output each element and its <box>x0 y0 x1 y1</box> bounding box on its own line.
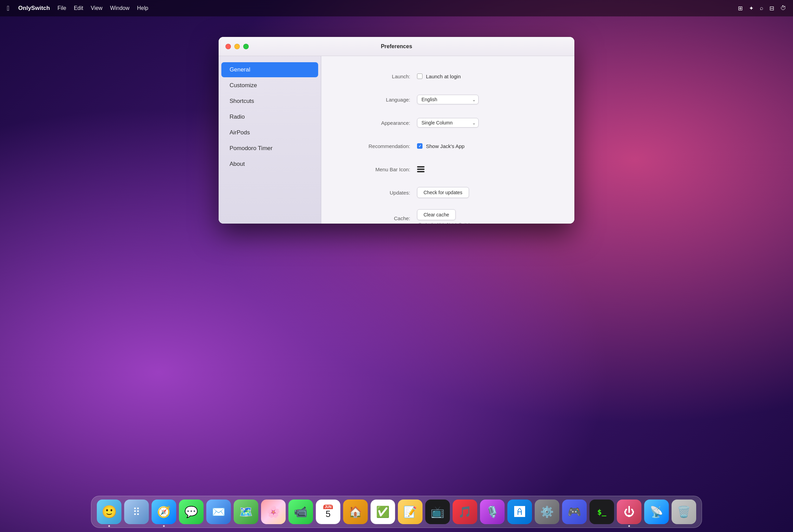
onlyswitch-dot <box>628 525 630 527</box>
recommendation-checkbox[interactable] <box>417 143 422 149</box>
language-select[interactable]: English Chinese French German Japanese K… <box>417 95 479 104</box>
menubar-icon-bar-2 <box>417 169 425 170</box>
control-center-icon[interactable]: ⊞ <box>738 5 743 12</box>
dock-icon-maps[interactable]: 🗺️ <box>234 500 258 524</box>
photos-icon: 🌸 <box>266 505 280 518</box>
messages-icon: 💬 <box>184 505 198 518</box>
appletv-icon: 📺 <box>431 505 444 518</box>
notes-icon: 📝 <box>403 505 417 518</box>
dock-icon-airdrop[interactable]: 📡 <box>644 500 669 524</box>
dock-icon-podcasts[interactable]: 🎙️ <box>480 500 505 524</box>
menu-bar-right: ⊞ ✦ ⌕ ⊟ ⏱ <box>738 5 786 12</box>
sidebar-item-pomodoro[interactable]: Pomodoro Timer <box>221 141 318 156</box>
cache-label: Cache: <box>342 215 410 221</box>
menubar-icon-row: Menu Bar Icon: <box>342 163 554 176</box>
window-title: Preferences <box>381 43 412 50</box>
language-select-wrapper: English Chinese French German Japanese K… <box>417 95 479 104</box>
terminal-icon: $_ <box>597 508 607 516</box>
appearance-select[interactable]: Single Column Double Column <box>417 118 479 128</box>
appearance-row: Appearance: Single Column Double Column … <box>342 116 554 129</box>
dock-icon-systemprefs[interactable]: ⚙️ <box>535 500 559 524</box>
launch-control: Launch at login <box>417 74 461 79</box>
appearance-select-wrapper: Single Column Double Column ⌄ <box>417 118 479 128</box>
sidebar-item-about[interactable]: About <box>221 157 318 172</box>
menu-edit[interactable]: Edit <box>74 5 83 11</box>
dock-icon-trash[interactable]: 🗑️ <box>672 500 696 524</box>
menubar-icon-control <box>417 166 425 172</box>
dock-icon-music[interactable]: 🎵 <box>453 500 477 524</box>
clear-cache-button[interactable]: Clear cache <box>417 209 456 220</box>
dock-icon-arcade[interactable]: 🎮 <box>562 500 587 524</box>
airdrop-icon: 📡 <box>650 505 663 518</box>
dock-icon-notes[interactable]: 📝 <box>398 500 422 524</box>
sidebar-item-shortcuts[interactable]: Shortcuts <box>221 94 318 109</box>
sidebar: General Customize Shortcuts Radio AirPod… <box>219 56 321 224</box>
siri-icon[interactable]: ✦ <box>749 5 754 12</box>
launchpad-icon: ⠿ <box>133 506 140 518</box>
apple-menu-icon[interactable]:  <box>7 4 9 12</box>
spotlight-icon[interactable]: ⌕ <box>760 5 763 12</box>
facetime-icon: 📹 <box>294 505 308 518</box>
sidebar-item-radio[interactable]: Radio <box>221 109 318 124</box>
calendar-day: 5 <box>323 509 333 519</box>
dock-icon-finder[interactable]: 🙂 <box>97 500 121 524</box>
dock-icon-mail[interactable]: ✉️ <box>206 500 231 524</box>
sidebar-item-airpods[interactable]: AirPods <box>221 125 318 140</box>
menubar-icon-preview <box>417 166 425 172</box>
clock-icon: ⏱ <box>780 5 786 12</box>
check-updates-button[interactable]: Check for updates <box>417 187 469 198</box>
appstore-icon: 🅰 <box>514 506 525 518</box>
dock-icon-appletv[interactable]: 📺 <box>425 500 450 524</box>
recommendation-row: Recommendation: Show Jack's App <box>342 139 554 152</box>
recommendation-control: Show Jack's App <box>417 143 465 149</box>
launch-checkbox[interactable] <box>417 74 422 79</box>
mail-icon: ✉️ <box>212 505 225 518</box>
reminders-icon: ✅ <box>376 505 390 518</box>
dock-icon-facetime[interactable]: 📹 <box>288 500 313 524</box>
menu-window[interactable]: Window <box>110 5 130 11</box>
menu-bar:  OnlySwitch File Edit View Window Help … <box>0 0 793 16</box>
dock-icon-safari[interactable]: 🧭 <box>152 500 176 524</box>
podcasts-icon: 🎙️ <box>485 505 499 518</box>
language-control: English Chinese French German Japanese K… <box>417 95 479 104</box>
dock-icon-appstore[interactable]: 🅰 <box>507 500 532 524</box>
window-titlebar: Preferences <box>219 37 574 56</box>
appearance-control: Single Column Double Column ⌄ <box>417 118 479 128</box>
maps-icon: 🗺️ <box>239 505 253 518</box>
launch-checkbox-label: Launch at login <box>426 74 461 79</box>
menu-file[interactable]: File <box>57 5 66 11</box>
menu-help[interactable]: Help <box>137 5 148 11</box>
language-label: Language: <box>342 97 410 103</box>
home-icon: 🏠 <box>349 505 362 518</box>
dock-icon-launchpad[interactable]: ⠿ <box>124 500 149 524</box>
recommendation-label: Recommendation: <box>342 143 410 149</box>
sidebar-item-customize[interactable]: Customize <box>221 78 318 93</box>
maximize-button[interactable] <box>243 44 249 49</box>
cache-row: Cache: Clear cache Cache for Hide Notch … <box>342 209 554 224</box>
switches-icon[interactable]: ⊟ <box>769 5 774 12</box>
close-button[interactable] <box>225 44 231 49</box>
dock-icon-messages[interactable]: 💬 <box>179 500 204 524</box>
updates-row: Updates: Check for updates <box>342 186 554 199</box>
dock-icon-calendar[interactable]: JUN 5 <box>316 500 340 524</box>
cache-control: Clear cache Cache for Hide Notch Switch <box>417 209 471 224</box>
sidebar-item-general[interactable]: General <box>221 62 318 77</box>
menu-bar-app-name[interactable]: OnlySwitch <box>18 5 50 12</box>
dock-icon-reminders[interactable]: ✅ <box>370 500 395 524</box>
systemprefs-icon: ⚙️ <box>540 505 554 518</box>
trash-icon: 🗑️ <box>677 505 691 518</box>
menubar-icon-bar-3 <box>417 171 425 172</box>
safari-icon: 🧭 <box>157 505 171 518</box>
dock-icon-home[interactable]: 🏠 <box>343 500 368 524</box>
dock-icon-photos[interactable]: 🌸 <box>261 500 286 524</box>
arcade-icon: 🎮 <box>568 505 581 518</box>
window-body: General Customize Shortcuts Radio AirPod… <box>219 56 574 224</box>
menu-view[interactable]: View <box>91 5 102 11</box>
music-icon: 🎵 <box>458 505 472 518</box>
minimize-button[interactable] <box>234 44 240 49</box>
dock-icon-terminal[interactable]: $_ <box>589 500 614 524</box>
dock-icon-onlyswitch[interactable]: ⏻ <box>617 500 641 524</box>
main-content: Launch: Launch at login Language: Englis… <box>321 56 574 224</box>
safari-dot <box>163 525 165 527</box>
updates-control: Check for updates <box>417 187 469 198</box>
